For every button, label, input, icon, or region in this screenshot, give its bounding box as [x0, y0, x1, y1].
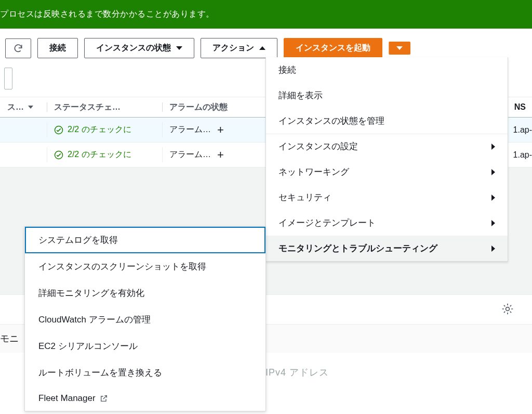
caret-down-icon: [176, 46, 182, 50]
submenu-item-label: システムログを取得: [38, 234, 118, 246]
status-text: 2/2 のチェックに: [68, 124, 131, 135]
menu-item-monitoring-troubleshoot[interactable]: モニタリングとトラブルシューティング: [266, 236, 508, 261]
launch-instance-split-button[interactable]: [389, 42, 410, 55]
col-header-status-check[interactable]: ステータスチェ…: [47, 97, 162, 117]
submenu-caret-icon: [491, 195, 495, 201]
filter-input[interactable]: [4, 68, 12, 89]
submenu-item-serial-console[interactable]: EC2 シリアルコンソール: [25, 333, 265, 359]
check-ok-icon: [54, 125, 63, 135]
col-header-label: ス…: [7, 102, 24, 113]
alarm-text: アラーム…: [169, 149, 211, 160]
submenu-item-label: 詳細モニタリングを有効化: [38, 287, 144, 299]
submenu-item-screenshot[interactable]: インスタンスのスクリーンショットを取得: [25, 253, 265, 280]
status-text: 2/2 のチェックに: [68, 149, 131, 160]
col-header-status-short[interactable]: ス…: [0, 97, 47, 117]
launch-label: インスタンスを起動: [296, 43, 370, 54]
cell-status-check: 2/2 のチェックに: [47, 118, 162, 142]
menu-item-manage-state[interactable]: インスタンスの状態を管理: [266, 108, 508, 134]
menu-item-connect[interactable]: 接続: [266, 57, 508, 83]
submenu-caret-icon: [491, 245, 495, 252]
submenu-item-label: インスタンスのスクリーンショットを取得: [38, 261, 206, 273]
actions-label: アクション: [212, 43, 254, 54]
cell-empty: [0, 143, 47, 167]
menu-item-label: セキュリティ: [278, 191, 331, 203]
svg-point-0: [55, 126, 63, 134]
submenu-item-detailed-monitoring[interactable]: 詳細モニタリングを有効化: [25, 280, 265, 306]
menu-item-label: 接続: [278, 64, 296, 76]
submenu-item-replace-root-volume[interactable]: ルートボリュームを置き換える: [25, 359, 265, 386]
check-ok-icon: [54, 150, 63, 160]
submenu-item-cloudwatch-alarms[interactable]: CloudWatch アラームの管理: [25, 306, 265, 333]
submenu-caret-icon: [491, 220, 495, 226]
tab-monitoring[interactable]: モニ: [0, 332, 19, 345]
alarm-text: アラーム…: [169, 124, 211, 135]
connect-button[interactable]: 接続: [37, 38, 78, 58]
monitoring-submenu: システムログを取得 インスタンスのスクリーンショットを取得 詳細モニタリングを有…: [24, 226, 266, 411]
submenu-item-system-log[interactable]: システムログを取得: [25, 227, 265, 253]
cell-right: 1.ap-: [506, 143, 532, 167]
menu-item-label: 詳細を表示: [278, 89, 323, 101]
menu-item-view-details[interactable]: 詳細を表示: [266, 83, 508, 108]
menu-item-label: イメージとテンプレート: [278, 217, 376, 229]
svg-point-2: [506, 307, 510, 311]
menu-item-label: モニタリングとトラブルシューティング: [278, 242, 437, 254]
banner-text: プロセスは反映されるまで数分かかることがあります。: [0, 9, 215, 20]
svg-point-1: [55, 151, 63, 159]
submenu-item-label: EC2 シリアルコンソール: [38, 340, 138, 352]
actions-button[interactable]: アクション: [201, 38, 277, 58]
launch-instance-button[interactable]: インスタンスを起動: [284, 38, 382, 58]
col-header-label: NS: [514, 102, 526, 112]
sort-caret-icon: [28, 106, 33, 109]
connect-label: 接続: [49, 43, 66, 54]
caret-up-icon: [259, 46, 265, 50]
instance-state-label: インスタンスの状態: [96, 43, 171, 54]
cell-right: 1.ap-: [506, 118, 532, 142]
submenu-caret-icon: [491, 144, 495, 150]
refresh-icon: [13, 43, 23, 54]
add-alarm-button[interactable]: +: [215, 149, 226, 161]
refresh-button[interactable]: [5, 38, 31, 58]
add-alarm-button[interactable]: +: [215, 124, 226, 136]
menu-item-image-template[interactable]: イメージとテンプレート: [266, 210, 508, 236]
caret-down-icon: [396, 46, 403, 50]
menu-item-label: インスタンスの状態を管理: [278, 115, 384, 127]
success-banner: プロセスは反映されるまで数分かかることがあります。: [0, 0, 532, 29]
right-text: 1.ap-: [513, 125, 532, 135]
actions-menu: 接続 詳細を表示 インスタンスの状態を管理 インスタンスの設定 ネットワーキング…: [265, 57, 508, 262]
col-header-right[interactable]: NS: [507, 97, 532, 117]
submenu-item-label: Fleet Manager: [38, 393, 96, 404]
submenu-item-label: CloudWatch アラームの管理: [38, 314, 151, 326]
menu-item-networking[interactable]: ネットワーキング: [266, 159, 508, 185]
external-link-icon: [100, 394, 108, 403]
submenu-item-fleet-manager[interactable]: Fleet Manager: [25, 386, 265, 411]
cell-empty: [0, 118, 47, 142]
menu-item-instance-settings[interactable]: インスタンスの設定: [266, 134, 508, 159]
menu-item-label: インスタンスの設定: [278, 140, 358, 152]
col-header-label: ステータスチェ…: [54, 102, 121, 113]
right-text: 1.ap-: [513, 150, 532, 160]
instance-state-button[interactable]: インスタンスの状態: [84, 38, 194, 58]
submenu-item-label: ルートボリュームを置き換える: [38, 367, 162, 379]
menu-item-label: ネットワーキング: [278, 166, 349, 178]
cell-status-check: 2/2 のチェックに: [47, 143, 162, 167]
gear-icon[interactable]: [501, 302, 514, 316]
col-header-label: アラームの状態: [169, 102, 228, 113]
submenu-caret-icon: [491, 169, 495, 175]
menu-item-security[interactable]: セキュリティ: [266, 185, 508, 210]
